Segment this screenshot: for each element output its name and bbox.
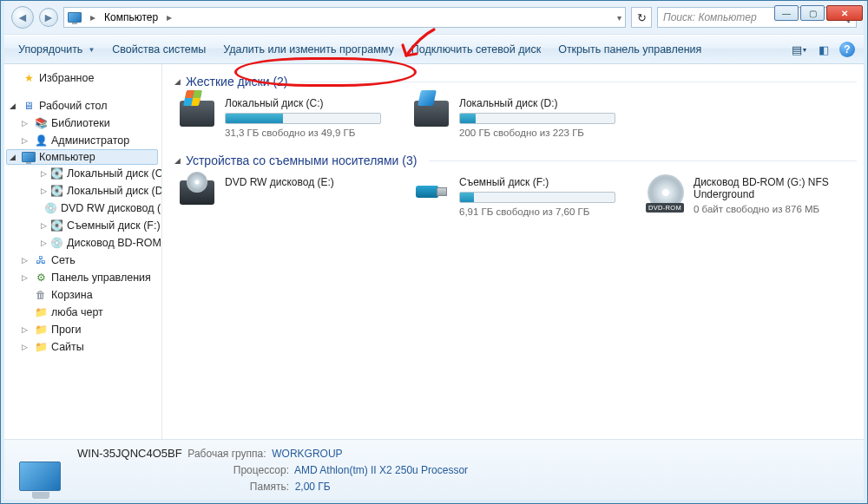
navigation-bar: ◄ ► ▸ Компьютер ▸ ▾ ↻ Поиск: Компьютер 🔍 [4, 1, 864, 35]
tree-drive-d[interactable]: ▷💽 Локальный диск (D:) [6, 182, 161, 200]
forward-button[interactable]: ► [39, 8, 58, 27]
tree-administrator[interactable]: ▷👤 Администратор [6, 132, 161, 149]
cd-icon: 💿 [44, 201, 57, 215]
navigation-pane[interactable]: ★ Избранное ◢🖥 Рабочий стол ▷📚 Библиотек… [4, 64, 162, 439]
tree-folder[interactable]: ▷📁 Проги [6, 321, 161, 338]
organize-menu[interactable]: Упорядочить▼ [13, 42, 100, 57]
drive-subtext: 200 ГБ свободно из 223 ГБ [459, 128, 621, 138]
drive-item-f[interactable]: Съемный диск (F:) 6,91 ГБ свободно из 7,… [412, 176, 621, 217]
capacity-bar [459, 192, 615, 203]
back-button[interactable]: ◄ [11, 6, 34, 29]
computer-large-icon [16, 449, 63, 491]
drive-label: Локальный диск (C:) [225, 97, 386, 109]
address-bar[interactable]: ▸ Компьютер ▸ ▾ [63, 7, 626, 28]
tree-control-panel[interactable]: ▷⚙ Панель управления [6, 269, 161, 286]
chevron-down-icon: ▼ [88, 46, 95, 54]
explorer-window: — ▢ ✕ ◄ ► ▸ Компьютер ▸ ▾ ↻ Поиск: Компь… [0, 0, 868, 504]
address-segment[interactable]: Компьютер [104, 11, 158, 23]
drive-item-bd[interactable]: DVD-ROM Дисковод BD-ROM (G:) NFS Undergr… [647, 176, 855, 217]
group-header-hdd[interactable]: ◢Жесткие диски (2) [174, 75, 857, 88]
open-control-panel-button[interactable]: Открыть панель управления [553, 42, 707, 57]
computer-icon [22, 152, 36, 162]
search-placeholder: Поиск: Компьютер [663, 11, 757, 23]
network-icon: 🖧 [34, 253, 48, 267]
group-header-removable[interactable]: ◢Устройства со съемными носителями (3) [174, 154, 857, 167]
tree-folder[interactable]: 📁 люба черт [6, 304, 161, 321]
folder-icon: 📁 [34, 340, 48, 354]
usb-drive-icon [414, 184, 449, 201]
capacity-bar [459, 113, 615, 124]
tree-computer[interactable]: ◢ Компьютер [6, 149, 158, 165]
tree-libraries[interactable]: ▷📚 Библиотеки [6, 115, 161, 132]
star-icon: ★ [22, 71, 36, 85]
drive-label: DVD RW дисковод (E:) [225, 176, 386, 188]
chevron-icon[interactable]: ▸ [167, 11, 172, 23]
tree-recycle-bin[interactable]: 🗑 Корзина [6, 286, 161, 304]
chevron-icon: ▸ [90, 11, 95, 23]
preview-pane-button[interactable]: ◧ [815, 41, 832, 58]
address-dropdown-icon[interactable]: ▾ [617, 13, 621, 23]
refresh-button[interactable]: ↻ [631, 7, 652, 28]
content-pane[interactable]: ◢Жесткие диски (2) Локальный диск (C:) 3… [162, 64, 864, 439]
tree-network[interactable]: ▷🖧 Сеть [6, 252, 161, 269]
uninstall-program-button[interactable]: Удалить или изменить программу [218, 42, 399, 57]
drive-item-c[interactable]: Локальный диск (C:) 31,3 ГБ свободно из … [178, 97, 386, 138]
drive-subtext: 31,3 ГБ свободно из 49,9 ГБ [225, 128, 386, 138]
map-network-drive-button[interactable]: Подключить сетевой диск [406, 42, 546, 57]
drive-item-dvd[interactable]: DVD RW дисковод (E:) [178, 176, 386, 217]
computer-icon [68, 12, 82, 23]
tree-folder[interactable]: ▷📁 Сайты [6, 338, 161, 356]
tree-drive-dvd[interactable]: 💿 DVD RW дисковод (E:) [6, 200, 161, 217]
tree-drive-f[interactable]: ▷💽 Съемный диск (F:) [6, 217, 161, 234]
tree-favorites[interactable]: ★ Избранное [6, 69, 161, 87]
dvd-drive-icon [180, 180, 214, 205]
libraries-icon: 📚 [34, 116, 48, 130]
details-pane: WIN-35JQNC4O5BF Рабочая группа: WORKGROU… [4, 439, 864, 500]
drive-label: Локальный диск (D:) [459, 97, 621, 109]
tree-desktop[interactable]: ◢🖥 Рабочий стол [6, 97, 161, 115]
minimize-button[interactable]: — [774, 5, 799, 21]
view-options-button[interactable]: ▤▼ [791, 41, 808, 58]
drive-subtext: 0 байт свободно из 876 МБ [694, 204, 855, 214]
cd-icon: 💿 [50, 236, 63, 250]
hdd-icon [180, 101, 214, 127]
folder-icon: 📁 [34, 323, 48, 337]
window-controls: — ▢ ✕ [774, 5, 863, 21]
system-properties-button[interactable]: Свойства системы [107, 42, 211, 57]
user-icon: 👤 [34, 134, 48, 147]
drive-label: Съемный диск (F:) [459, 176, 621, 188]
close-button[interactable]: ✕ [826, 5, 863, 21]
command-bar: Упорядочить▼ Свойства системы Удалить ил… [4, 35, 864, 64]
drive-subtext: 6,91 ГБ свободно из 7,60 ГБ [459, 206, 621, 217]
capacity-bar [225, 113, 381, 124]
maximize-button[interactable]: ▢ [800, 5, 825, 21]
computer-name: WIN-35JQNC4O5BF [77, 447, 182, 460]
drive-label: Дисковод BD-ROM (G:) NFS Underground [694, 176, 855, 200]
disk-icon: 💽 [50, 184, 63, 198]
usb-icon: 💽 [50, 219, 63, 232]
drive-item-d[interactable]: Локальный диск (D:) 200 ГБ свободно из 2… [412, 97, 621, 138]
help-button[interactable]: ? [839, 42, 855, 57]
desktop-icon: 🖥 [22, 99, 36, 113]
recycle-bin-icon: 🗑 [34, 288, 48, 302]
tree-drive-bd[interactable]: ▷💿 Дисковод BD-ROM (G:) [6, 234, 161, 252]
folder-icon: 📁 [34, 305, 48, 319]
bd-rom-icon: DVD-ROM [648, 174, 684, 211]
control-panel-icon: ⚙ [34, 271, 48, 285]
hdd-icon [414, 101, 449, 127]
disk-icon: 💽 [50, 167, 63, 180]
tree-drive-c[interactable]: ▷💽 Локальный диск (C:) [6, 165, 161, 182]
